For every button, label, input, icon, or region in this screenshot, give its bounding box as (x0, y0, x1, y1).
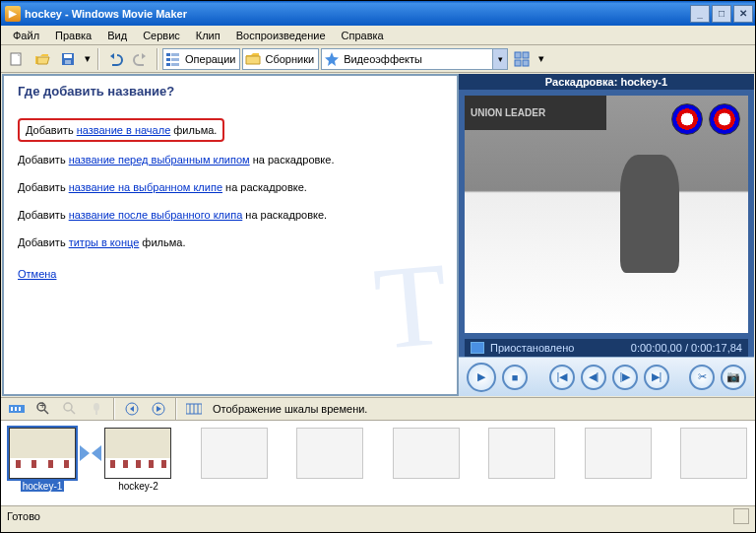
tasks-label: Операции (181, 53, 239, 65)
zoom-out-button[interactable] (58, 397, 82, 421)
app-icon: ▶ (5, 6, 21, 22)
svg-rect-16 (15, 407, 17, 411)
minimize-button[interactable]: _ (690, 5, 710, 23)
folder-icon (245, 51, 261, 67)
new-project-button[interactable] (5, 47, 29, 71)
tasks-button[interactable]: Операции (162, 48, 240, 70)
transition-slot[interactable] (462, 428, 486, 479)
resize-grip[interactable] (733, 508, 749, 524)
clip-label[interactable]: hockey-1 (21, 481, 65, 492)
svg-rect-3 (65, 60, 71, 64)
link-credits-end[interactable]: титры в конце (69, 236, 140, 248)
highlighted-option: Добавить название в начале фильма. (18, 118, 224, 142)
timeline-label: Отображение шкалы времени. (209, 403, 367, 415)
svg-point-21 (64, 403, 72, 411)
toolbar: ▾ Операции Сборники Видеоэффекты ▾ ▾ (1, 45, 755, 73)
transition-slot[interactable] (78, 428, 102, 479)
playback-controls: ▶ ■ |◀ ◀| |▶ ▶| ✂ 📷 (459, 357, 754, 396)
svg-rect-17 (19, 407, 21, 411)
link-title-beginning[interactable]: название в начале (77, 124, 171, 136)
svg-line-22 (71, 410, 75, 414)
separator (97, 48, 99, 70)
transition-slot[interactable] (173, 428, 198, 479)
save-dropdown[interactable]: ▾ (82, 47, 94, 71)
empty-clip-slot[interactable] (296, 428, 363, 479)
clip-label[interactable]: hockey-2 (118, 481, 158, 492)
window-title: hockey - Windows Movie Maker (25, 8, 187, 20)
playback-status: Приостановлено (490, 342, 574, 354)
collections-label: Сборники (261, 53, 318, 65)
separator (157, 48, 158, 70)
empty-clip-slot[interactable] (201, 428, 268, 479)
menu-help[interactable]: Справка (334, 28, 392, 43)
view-thumbnails-button[interactable] (510, 47, 534, 71)
redo-button[interactable] (129, 47, 153, 71)
svg-rect-6 (166, 63, 170, 66)
transition-slot[interactable] (557, 428, 582, 479)
svg-rect-12 (515, 60, 521, 66)
effects-label: Видеоэффекты (340, 53, 492, 65)
clip-thumbnail[interactable] (9, 428, 76, 479)
clip-thumbnail[interactable] (104, 428, 171, 479)
timeline-play-button[interactable] (147, 397, 170, 421)
save-button[interactable] (56, 47, 80, 71)
undo-button[interactable] (103, 47, 127, 71)
forward-button[interactable]: ▶| (644, 365, 669, 390)
effects-combo[interactable]: Видеоэффекты ▾ (321, 48, 508, 70)
svg-rect-8 (171, 58, 179, 61)
transition-slot[interactable] (654, 428, 678, 479)
next-frame-button[interactable]: |▶ (612, 365, 638, 390)
maximize-button[interactable]: □ (712, 5, 731, 23)
rewind-button[interactable]: |◀ (549, 365, 575, 390)
task-heading: Где добавить название? (18, 84, 443, 99)
empty-clip-slot[interactable] (585, 428, 652, 479)
snapshot-button[interactable]: 📷 (721, 365, 746, 390)
menu-clip[interactable]: Клип (188, 28, 228, 43)
timeline-rewind-button[interactable] (120, 397, 144, 421)
menu-bar: Файл Правка Вид Сервис Клип Воспроизведе… (1, 26, 755, 45)
stop-button[interactable]: ■ (502, 365, 528, 390)
svg-rect-11 (523, 52, 529, 58)
prev-frame-button[interactable]: ◀| (581, 365, 606, 390)
empty-clip-slot[interactable] (488, 428, 555, 479)
link-title-before-clip[interactable]: название перед выбранным клипом (69, 154, 250, 166)
svg-rect-9 (171, 63, 179, 66)
narrate-button[interactable] (85, 397, 108, 421)
tasks-icon (165, 51, 181, 67)
empty-clip-slot[interactable] (393, 428, 460, 479)
timeline-view-button[interactable] (5, 397, 29, 421)
empty-clip-slot[interactable] (680, 428, 747, 479)
zoom-in-button[interactable]: + (32, 397, 55, 421)
split-button[interactable]: ✂ (689, 365, 715, 390)
collections-button[interactable]: Сборники (242, 48, 319, 70)
link-title-after-clip[interactable]: название после выбранного клипа (69, 209, 243, 221)
menu-view[interactable]: Вид (99, 28, 135, 43)
view-dropdown[interactable]: ▾ (536, 47, 547, 71)
close-button[interactable]: ✕ (733, 5, 753, 23)
open-button[interactable] (31, 47, 54, 71)
pepsi-logo-icon (709, 103, 740, 135)
svg-point-23 (94, 403, 99, 411)
svg-rect-10 (515, 52, 521, 58)
transition-slot[interactable] (270, 428, 294, 479)
link-title-on-clip[interactable]: название на выбранном клипе (69, 181, 222, 193)
menu-file[interactable]: Файл (5, 28, 47, 43)
svg-rect-13 (523, 60, 529, 66)
transition-slot[interactable] (365, 428, 390, 479)
menu-play[interactable]: Воспроизведение (228, 28, 334, 43)
svg-text:+: + (39, 401, 45, 411)
preview-monitor[interactable]: UNION LEADER (465, 96, 748, 333)
menu-edit[interactable]: Правка (47, 28, 99, 43)
menu-tools[interactable]: Сервис (135, 28, 188, 43)
chevron-down-icon: ▾ (492, 49, 507, 69)
watermark-t-icon: T (369, 235, 453, 377)
play-button[interactable]: ▶ (467, 363, 496, 392)
task-pane: Где добавить название? Добавить название… (2, 74, 459, 396)
star-icon (324, 51, 340, 67)
svg-rect-5 (166, 58, 170, 61)
svg-rect-2 (64, 54, 72, 58)
svg-rect-4 (166, 53, 170, 56)
cancel-link[interactable]: Отмена (18, 268, 56, 280)
storyboard-view-button[interactable] (182, 397, 206, 421)
status-icon (471, 342, 484, 354)
